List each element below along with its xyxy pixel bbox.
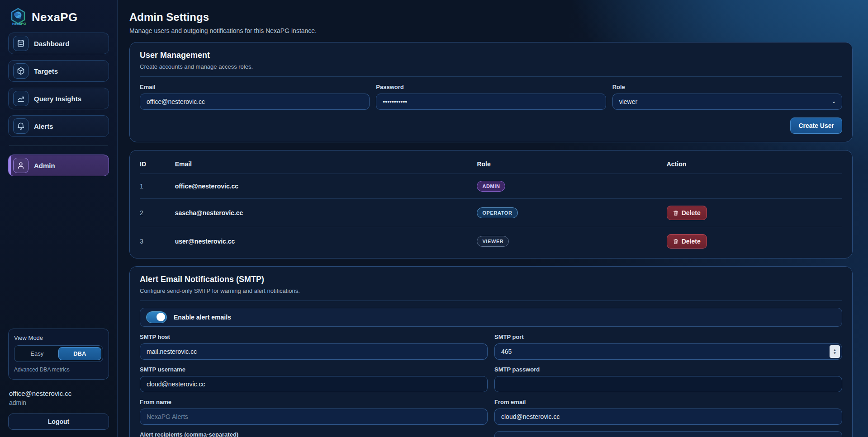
from-email-group: From email	[494, 399, 842, 425]
sidebar-item-admin[interactable]: Admin	[8, 155, 109, 176]
view-mode-segmented-control: Easy DBA	[14, 345, 103, 362]
trash-icon	[673, 210, 678, 216]
sidebar-item-label: Targets	[34, 67, 58, 75]
number-stepper[interactable]: ▲▼	[830, 345, 840, 358]
smtp-title: Alert Email Notifications (SMTP)	[140, 275, 842, 284]
smtp-port-field[interactable]	[494, 343, 842, 360]
table-header-row: ID Email Role Action	[140, 153, 842, 174]
create-user-button[interactable]: Create User	[790, 117, 842, 134]
smtp-username-label: SMTP username	[140, 366, 488, 373]
view-mode-hint: Advanced DBA metrics	[14, 367, 103, 373]
view-mode-label: View Mode	[14, 334, 103, 341]
user-id: 2	[140, 199, 175, 227]
from-name-label: From name	[140, 399, 488, 405]
smtp-password-label: SMTP password	[494, 366, 842, 373]
user-management-card: User Management Create accounts and mana…	[129, 42, 853, 142]
role-badge: OPERATOR	[477, 207, 517, 218]
sidebar-item-query-insights[interactable]: Query Insights	[8, 88, 109, 109]
app-root: NexaPG NexaPG Dashboard T	[0, 0, 868, 437]
from-email-field[interactable]	[494, 409, 842, 425]
role-select[interactable]: viewer	[612, 94, 842, 110]
user-management-subtitle: Create accounts and manage access roles.	[140, 63, 842, 70]
database-icon	[13, 36, 28, 51]
delete-label: Delete	[682, 209, 701, 216]
password-label: Password	[376, 84, 606, 90]
recipients-group: Alert recipients (comma-separated)	[140, 431, 488, 437]
recipients-label: Alert recipients (comma-separated)	[140, 431, 488, 437]
from-name-field[interactable]	[140, 409, 488, 425]
column-header-id: ID	[140, 153, 175, 174]
view-mode-dba-button[interactable]: DBA	[58, 347, 102, 360]
view-mode-easy-button[interactable]: Easy	[16, 347, 58, 360]
smtp-host-label: SMTP host	[140, 334, 488, 340]
user-management-title: User Management	[140, 51, 842, 60]
smtp-port-label: SMTP port	[494, 334, 842, 340]
current-user-role: admin	[9, 399, 108, 406]
column-header-email: Email	[175, 153, 477, 174]
sidebar-spacer	[8, 182, 109, 329]
from-email-label: From email	[494, 399, 842, 405]
logout-button[interactable]: Logout	[8, 414, 109, 430]
column-header-action: Action	[667, 153, 842, 174]
role-select-wrap: viewer ⌄	[612, 94, 842, 110]
email-field[interactable]	[140, 94, 370, 110]
card-divider	[140, 301, 842, 301]
email-field-group: Email	[140, 84, 370, 110]
sidebar-item-targets[interactable]: Targets	[8, 60, 109, 82]
user-email: user@nesterovic.cc	[175, 227, 477, 256]
action-cell: Delete	[667, 227, 842, 256]
chart-line-icon	[13, 91, 28, 106]
enable-alerts-bar: Enable alert emails	[140, 308, 842, 327]
user-email: office@nesterovic.cc	[175, 174, 477, 199]
action-cell: Delete	[667, 199, 842, 227]
action-cell	[667, 174, 842, 199]
smtp-card: Alert Email Notifications (SMTP) Configu…	[129, 266, 853, 437]
delete-user-button[interactable]: Delete	[667, 234, 707, 249]
delete-label: Delete	[682, 238, 701, 245]
current-user-email: office@nesterovic.cc	[9, 390, 108, 397]
sidebar-item-alerts[interactable]: Alerts	[8, 115, 109, 137]
toggle-knob	[157, 313, 165, 321]
sidebar: NexaPG NexaPG Dashboard T	[0, 0, 118, 437]
create-user-form: Email Password Role viewer ⌄	[140, 84, 842, 110]
view-mode-panel: View Mode Easy DBA Advanced DBA metrics	[8, 329, 109, 380]
main-content: Admin Settings Manage users and outgoing…	[118, 0, 868, 437]
password-field-group: Password	[376, 84, 606, 110]
sidebar-item-dashboard[interactable]: Dashboard	[8, 33, 109, 54]
smtp-form: SMTP host SMTP port ▲▼ SMTP username SMT…	[140, 334, 842, 437]
trash-icon	[673, 239, 678, 244]
delete-user-button[interactable]: Delete	[667, 206, 707, 220]
sidebar-item-label: Admin	[34, 162, 55, 169]
role-label: Role	[612, 84, 842, 90]
person-icon	[13, 158, 28, 173]
smtp-subtitle: Configure send-only SMTP for warning and…	[140, 287, 842, 294]
email-label: Email	[140, 84, 370, 90]
brand: NexaPG NexaPG	[8, 6, 109, 33]
from-name-group: From name	[140, 399, 488, 425]
user-id: 3	[140, 227, 175, 256]
card-divider	[140, 76, 842, 77]
table-row: 2 sascha@nesterovic.cc OPERATOR Delete	[140, 199, 842, 227]
column-header-role: Role	[477, 153, 666, 174]
svg-text:NexaPG: NexaPG	[12, 22, 26, 26]
users-table-card: ID Email Role Action 1 office@nesterovic…	[129, 150, 853, 258]
role-badge: VIEWER	[477, 236, 509, 247]
page-subtitle: Manage users and outgoing notifications …	[129, 27, 853, 34]
role-field-group: Role viewer ⌄	[612, 84, 842, 110]
smtp-port-wrap: ▲▼	[494, 343, 842, 360]
smtp-host-group: SMTP host	[140, 334, 488, 360]
user-email: sascha@nesterovic.cc	[175, 199, 477, 227]
stepper-down-icon: ▼	[833, 352, 837, 355]
bell-icon	[13, 118, 28, 134]
role-badge: ADMIN	[477, 181, 505, 192]
password-field[interactable]	[376, 94, 606, 110]
page-title: Admin Settings	[129, 11, 853, 23]
smtp-username-field[interactable]	[140, 376, 488, 392]
sidebar-divider	[9, 146, 108, 146]
sidebar-item-label: Dashboard	[34, 40, 69, 47]
smtp-password-field[interactable]	[494, 376, 842, 392]
enable-alerts-toggle[interactable]	[146, 311, 167, 323]
smtp-host-field[interactable]	[140, 343, 488, 360]
user-id: 1	[140, 174, 175, 199]
smtp-password-group: SMTP password	[494, 366, 842, 392]
